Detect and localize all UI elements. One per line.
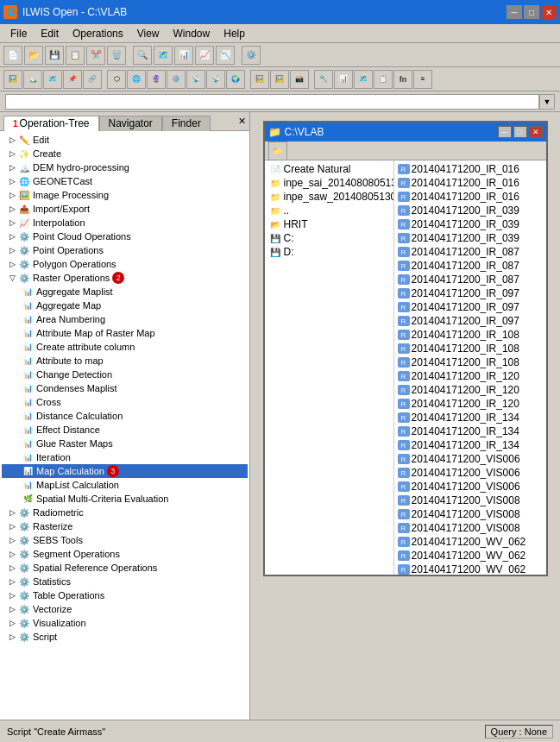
menu-edit[interactable]: Edit xyxy=(34,26,66,41)
tree-item-areanumbering[interactable]: 📊 Area Numbering xyxy=(2,312,248,326)
file-ir016-3[interactable]: R201404171200_IR_016 xyxy=(396,190,544,204)
file-ir097-2[interactable]: R201404171200_IR_097 xyxy=(396,300,544,314)
tree-item-attrtomap[interactable]: 📊 Attribute to map xyxy=(2,354,248,368)
file-vis006-1[interactable]: R201404171200_VIS006 xyxy=(396,452,544,466)
tree-item-iteration[interactable]: 📊 Iteration xyxy=(2,450,248,464)
tree-item-geonet[interactable]: ▷ 🌐 GEONETCast xyxy=(2,174,248,188)
tree-item-maplistcalc[interactable]: 📊 MapList Calculation xyxy=(2,478,248,492)
tb2-btn13[interactable]: 🖼️ xyxy=(250,70,269,89)
file-ir039-1[interactable]: R201404171200_IR_039 xyxy=(396,204,544,217)
tb2-btn9[interactable]: ⚙️ xyxy=(167,70,186,89)
nav-button[interactable]: 🔍 xyxy=(133,46,152,65)
menu-file[interactable]: File xyxy=(3,26,34,41)
tree-item-mapcalculation[interactable]: 📊 Map Calculation 3 xyxy=(2,464,248,478)
file-ir120-1[interactable]: R201404171200_IR_120 xyxy=(396,369,544,383)
file-wv062-2[interactable]: R201404171200_WV_062 xyxy=(396,549,544,563)
maximize-button[interactable]: □ xyxy=(524,5,539,19)
tree-item-polygonops[interactable]: ▷ ⚙️ Polygon Operations xyxy=(2,257,248,271)
tree-item-edit[interactable]: ▷ ✏️ Edit xyxy=(2,133,248,147)
file-item-createnaturalmap[interactable]: 📄 Create Natural xyxy=(267,162,392,176)
tree-item-gluerastermaps[interactable]: 📊 Glue Raster Maps xyxy=(2,437,248,450)
tree-item-sebstools[interactable]: ▷ ⚙️ SEBS Tools xyxy=(2,533,248,547)
menu-help[interactable]: Help xyxy=(217,26,252,41)
chart-button[interactable]: 📈 xyxy=(195,46,214,65)
file-ir087-3[interactable]: R201404171200_IR_087 xyxy=(396,273,544,286)
tb2-btn2[interactable]: 🏔️ xyxy=(23,70,42,89)
file-up-button[interactable]: 📁 xyxy=(268,141,287,160)
tree-item-importexport[interactable]: ▷ 📤 Import/Export xyxy=(2,202,248,216)
tree-item-segmentops[interactable]: ▷ ⚙️ Segment Operations xyxy=(2,547,248,561)
tree-item-changedetection[interactable]: 📊 Change Detection xyxy=(2,368,248,381)
tree-item-radiometric[interactable]: ▷ ⚙️ Radiometric xyxy=(2,506,248,519)
tb2-btn21[interactable]: ≡ xyxy=(413,70,432,89)
tb2-btn11[interactable]: 📡 xyxy=(206,70,225,89)
tree-item-aggregatemap[interactable]: 📊 Aggregate Map xyxy=(2,299,248,312)
tab-navigator[interactable]: Navigator xyxy=(99,116,162,131)
file-vis008-3[interactable]: R201404171200_VIS008 xyxy=(396,521,544,535)
file-item-inpe-sai[interactable]: 📁 inpe_sai_20140808051300 xyxy=(267,176,392,190)
tree-item-spatialrefops[interactable]: ▷ ⚙️ Spatial Reference Operations xyxy=(2,561,248,575)
file-item-drive-d[interactable]: 💾 D: xyxy=(267,245,392,259)
tb2-btn7[interactable]: 🌐 xyxy=(127,70,146,89)
tb2-btn8[interactable]: 🔮 xyxy=(147,70,166,89)
search-dropdown[interactable]: ▼ xyxy=(539,94,555,110)
menu-operations[interactable]: Operations xyxy=(66,26,130,41)
file-maximize-button[interactable]: □ xyxy=(513,126,527,138)
file-ir039-2[interactable]: R201404171200_IR_039 xyxy=(396,217,544,231)
panel-close-button[interactable]: ✕ xyxy=(238,116,246,127)
file-minimize-button[interactable]: ─ xyxy=(498,126,512,138)
tree-item-visualization[interactable]: ▷ ⚙️ Visualization xyxy=(2,616,248,630)
tb2-btn3[interactable]: 🗺️ xyxy=(43,70,62,89)
file-ir087-1[interactable]: R201404171200_IR_087 xyxy=(396,245,544,259)
file-ir120-2[interactable]: R201404171200_IR_120 xyxy=(396,383,544,397)
file-ir108-2[interactable]: R201404171200_IR_108 xyxy=(396,342,544,355)
tree-item-script[interactable]: ▷ ⚙️ Script xyxy=(2,630,248,644)
file-vis008-1[interactable]: R201404171200_VIS008 xyxy=(396,494,544,507)
file-ir134-1[interactable]: R201404171200_IR_134 xyxy=(396,411,544,424)
save-button[interactable]: 💾 xyxy=(45,46,64,65)
file-ir108-1[interactable]: R201404171200_IR_108 xyxy=(396,328,544,342)
tree-item-pointcloud[interactable]: ▷ ⚙️ Point Cloud Operations xyxy=(2,230,248,243)
operation-tree[interactable]: ▷ ✏️ Edit ▷ ✨ Create ▷ 🏔️ DEM hydro-proc… xyxy=(0,131,249,720)
tree-item-pointops[interactable]: ▷ ⚙️ Point Operations xyxy=(2,243,248,257)
tb2-btn20[interactable]: fn xyxy=(393,70,412,89)
file-ir016-2[interactable]: R201404171200_IR_016 xyxy=(396,176,544,190)
tb2-btn6[interactable]: ⬡ xyxy=(107,70,126,89)
file-item-inpe-saw[interactable]: 📁 inpe_saw_201408051300 xyxy=(267,190,392,204)
tb2-btn19[interactable]: 📋 xyxy=(374,70,393,89)
prop-button[interactable]: ⚙️ xyxy=(242,46,261,65)
tree-item-effectdistance[interactable]: 📊 Effect Distance xyxy=(2,423,248,437)
table-button[interactable]: 📊 xyxy=(174,46,193,65)
file-vis006-2[interactable]: R201404171200_VIS006 xyxy=(396,466,544,480)
tree-item-statistics[interactable]: ▷ ⚙️ Statistics xyxy=(2,575,248,588)
delete-button[interactable]: 🗑️ xyxy=(107,46,126,65)
close-button[interactable]: ✕ xyxy=(541,5,557,19)
tree-item-dem[interactable]: ▷ 🏔️ DEM hydro-processing xyxy=(2,160,248,174)
search-input[interactable] xyxy=(5,94,539,110)
histogram-button[interactable]: 📉 xyxy=(216,46,235,65)
file-item-dotdot[interactable]: 📁 .. xyxy=(267,204,392,217)
file-ir016-1[interactable]: R201404171200_IR_016 xyxy=(396,162,544,176)
tree-item-imgproc[interactable]: ▷ 🖼️ Image Processing xyxy=(2,188,248,202)
new-button[interactable]: 📄 xyxy=(3,46,22,65)
tree-item-createattrcolumn[interactable]: 📊 Create attribute column xyxy=(2,340,248,354)
menu-view[interactable]: View xyxy=(130,26,167,41)
cut-button[interactable]: ✂️ xyxy=(86,46,105,65)
tb2-btn1[interactable]: 🖼️ xyxy=(3,70,22,89)
tree-item-tableops[interactable]: ▷ ⚙️ Table Operations xyxy=(2,588,248,602)
file-ir087-2[interactable]: R201404171200_IR_087 xyxy=(396,259,544,273)
file-item-hrit[interactable]: 📂 HRIT xyxy=(267,217,392,231)
tb2-btn10[interactable]: 📡 xyxy=(186,70,205,89)
copy-button[interactable]: 📋 xyxy=(66,46,85,65)
tab-operation-tree[interactable]: 1 Operation-Tree xyxy=(3,116,99,131)
map-button[interactable]: 🗺️ xyxy=(154,46,173,65)
tb2-btn12[interactable]: 🌍 xyxy=(226,70,245,89)
tree-item-vectorize[interactable]: ▷ ⚙️ Vectorize xyxy=(2,602,248,616)
tb2-btn18[interactable]: 🗺️ xyxy=(354,70,373,89)
tb2-btn17[interactable]: 📊 xyxy=(334,70,353,89)
file-item-drive-c[interactable]: 💾 C: xyxy=(267,231,392,245)
tree-item-rasterize[interactable]: ▷ ⚙️ Rasterize xyxy=(2,519,248,533)
file-close-button[interactable]: ✕ xyxy=(529,126,543,138)
open-button[interactable]: 📂 xyxy=(24,46,43,65)
file-ir039-3[interactable]: R201404171200_IR_039 xyxy=(396,231,544,245)
